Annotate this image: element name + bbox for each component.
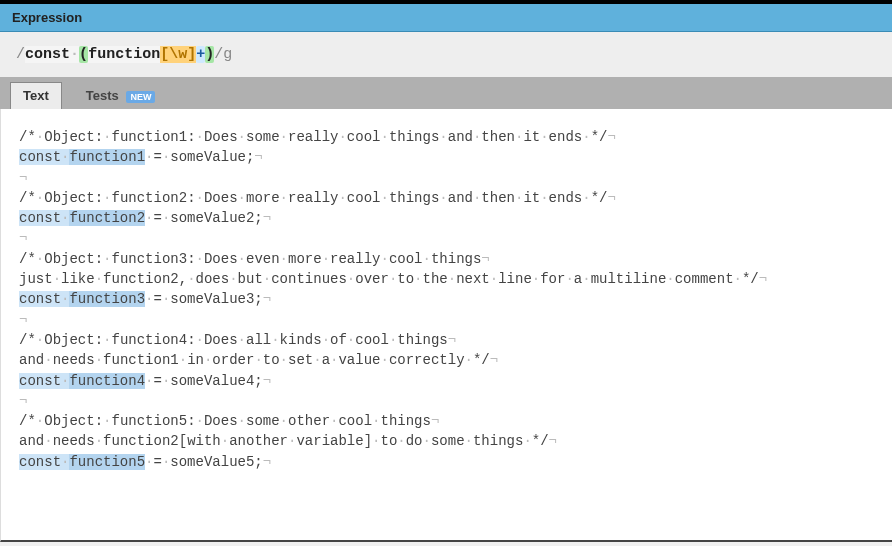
regex-group-literal: function <box>88 46 160 63</box>
regex-group-open: ( <box>79 46 88 63</box>
match-const: const· <box>19 373 69 389</box>
match-const: const· <box>19 210 69 226</box>
text-line: just·like·function2,·does·but·continues·… <box>19 269 874 289</box>
badge-new: NEW <box>126 91 155 103</box>
text-line: const·function1·=·someValue;¬ <box>19 147 874 167</box>
tab-text[interactable]: Text <box>10 82 62 109</box>
match-function: function1 <box>69 149 145 165</box>
text-line: ¬ <box>19 168 874 188</box>
text-line: /*·Object:·function5:·Does·some·other·co… <box>19 411 874 431</box>
expression-header: Expression <box>0 4 892 32</box>
match-function: function3 <box>69 291 145 307</box>
regex-open-delim: / <box>16 46 25 63</box>
regex-quantifier: + <box>196 46 205 63</box>
text-line: ¬ <box>19 228 874 248</box>
regex-literal: const· <box>25 46 79 63</box>
match-function: function2 <box>69 210 145 226</box>
expression-input[interactable]: /const·(function[\w]+)/g <box>0 32 892 77</box>
text-line: and·needs·function1·in·order·to·set·a·va… <box>19 350 874 370</box>
match-const: const· <box>19 291 69 307</box>
regex-flags: g <box>223 46 232 63</box>
test-text-area[interactable]: /*·Object:·function1:·Does·some·really·c… <box>0 109 892 542</box>
match-const: const· <box>19 149 69 165</box>
header-title: Expression <box>12 10 82 25</box>
text-line: /*·Object:·function2:·Does·more·really·c… <box>19 188 874 208</box>
regex-charclass: [\w] <box>160 46 196 63</box>
match-function: function5 <box>69 454 145 470</box>
text-line: const·function4·=·someValue4;¬ <box>19 371 874 391</box>
text-line: /*·Object:·function1:·Does·some·really·c… <box>19 127 874 147</box>
tab-tests-label: Tests <box>86 88 119 103</box>
text-line: const·function3·=·someValue3;¬ <box>19 289 874 309</box>
match-function: function4 <box>69 373 145 389</box>
text-line: and·needs·function2[with·another·variabl… <box>19 431 874 451</box>
text-line: ¬ <box>19 391 874 411</box>
text-line: const·function5·=·someValue5;¬ <box>19 452 874 472</box>
text-line: const·function2·=·someValue2;¬ <box>19 208 874 228</box>
tab-bar: Text Tests NEW <box>0 77 892 109</box>
text-line: /*·Object:·function4:·Does·all·kinds·of·… <box>19 330 874 350</box>
text-line: ¬ <box>19 310 874 330</box>
match-const: const· <box>19 454 69 470</box>
tab-tests[interactable]: Tests NEW <box>74 83 168 109</box>
text-line: /*·Object:·function3:·Does·even·more·rea… <box>19 249 874 269</box>
regex-group-close: ) <box>205 46 214 63</box>
regex-close-delim: / <box>214 46 223 63</box>
